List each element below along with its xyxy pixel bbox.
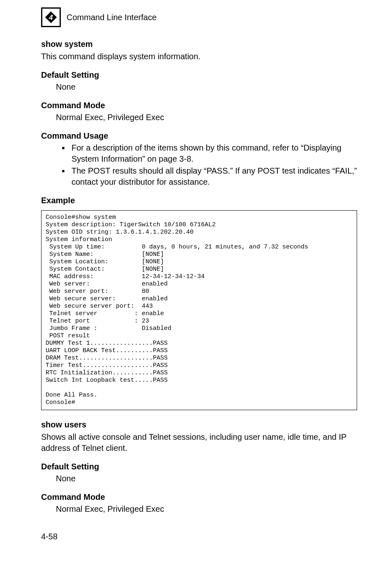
usage-bullet: The POST results should all display “PAS…	[70, 165, 357, 188]
page-number: 4-58	[41, 531, 357, 542]
default-setting-value: None	[56, 473, 357, 484]
usage-bullet: For a description of the items shown by …	[70, 142, 357, 165]
command-mode-head: Command Mode	[41, 100, 357, 111]
default-setting-head: Default Setting	[41, 70, 357, 81]
svg-text:4: 4	[48, 14, 53, 21]
header-title: Command Line Interface	[67, 12, 157, 23]
command-name-show-users: show users	[41, 419, 357, 430]
chapter-icon: 4	[41, 7, 61, 27]
example-head: Example	[41, 195, 357, 206]
command-usage-head: Command Usage	[41, 130, 357, 142]
command-mode-head: Command Mode	[41, 492, 357, 503]
description-text: This command displays system information…	[41, 51, 357, 62]
page-header: 4 Command Line Interface	[41, 7, 357, 27]
default-setting-head: Default Setting	[41, 461, 357, 472]
example-code: Console#show system System description: …	[41, 210, 357, 410]
command-name-show-system: show system	[41, 39, 357, 50]
default-setting-value: None	[56, 81, 357, 93]
description-text: Shows all active console and Telnet sess…	[41, 432, 357, 454]
command-mode-value: Normal Exec, Privileged Exec	[56, 504, 357, 515]
usage-list: For a description of the items shown by …	[41, 142, 357, 188]
command-mode-value: Normal Exec, Privileged Exec	[56, 112, 357, 123]
